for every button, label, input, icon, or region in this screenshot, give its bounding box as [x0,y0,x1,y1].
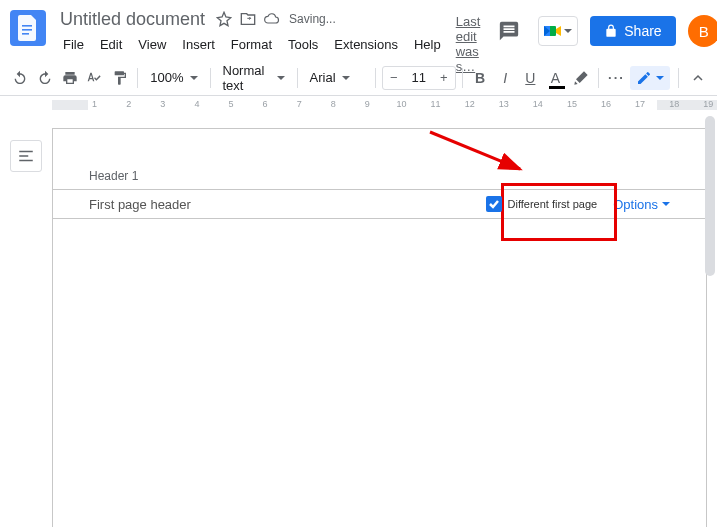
undo-button[interactable] [8,65,31,91]
menu-format[interactable]: Format [224,35,279,54]
paint-format-button[interactable] [108,65,131,91]
docs-logo[interactable] [10,10,46,46]
menu-help[interactable]: Help [407,35,448,54]
underline-button[interactable]: U [519,65,542,91]
first-page-header-text[interactable]: First page header [89,197,191,212]
share-label: Share [624,23,661,39]
header-section-label: Header 1 [89,169,670,183]
star-icon[interactable] [215,10,233,28]
font-size-decrease[interactable]: − [383,67,405,89]
font-size-input[interactable]: 11 [405,70,433,85]
document-outline-button[interactable] [10,140,42,172]
menu-view[interactable]: View [131,35,173,54]
collapse-toolbar-button[interactable] [687,67,709,89]
redo-button[interactable] [33,65,56,91]
document-page[interactable]: Header 1 First page header Different fir… [52,128,707,527]
different-first-page-label: Different first page [508,198,598,210]
document-title[interactable]: Untitled document [56,8,209,31]
font-select[interactable]: Arial [304,67,369,88]
chevron-down-icon [564,29,572,33]
editing-mode-button[interactable] [630,66,670,90]
vertical-scrollbar[interactable] [703,114,717,527]
spellcheck-button[interactable] [83,65,106,91]
menu-insert[interactable]: Insert [175,35,222,54]
chevron-down-icon [662,202,670,206]
svg-rect-0 [22,25,32,27]
svg-rect-1 [22,29,32,31]
account-avatar[interactable]: B [688,15,717,47]
print-button[interactable] [58,65,81,91]
different-first-page-checkbox[interactable]: Different first page [486,196,598,212]
horizontal-ruler[interactable]: 12345678910111213141516171819 [52,96,717,114]
italic-button[interactable]: I [494,65,517,91]
checkbox-checked-icon [486,196,502,212]
share-button[interactable]: Share [590,16,675,46]
header-options-dropdown[interactable]: Options [613,197,670,212]
bold-button[interactable]: B [469,65,492,91]
toolbar: 100% Normal text Arial − 11 + B I U A ··… [0,60,717,96]
svg-rect-2 [22,33,29,35]
font-size-increase[interactable]: + [433,67,455,89]
text-color-button[interactable]: A [544,65,567,91]
highlight-button[interactable] [569,65,592,91]
menu-extensions[interactable]: Extensions [327,35,405,54]
menu-tools[interactable]: Tools [281,35,325,54]
saving-status: Saving... [289,12,336,26]
meet-button[interactable] [538,16,578,46]
more-toolbar-button[interactable]: ··· [605,65,628,91]
move-icon[interactable] [239,10,257,28]
zoom-select[interactable]: 100% [144,67,203,88]
cloud-saving-icon [263,10,281,28]
menu-edit[interactable]: Edit [93,35,129,54]
menu-file[interactable]: File [56,35,91,54]
comment-history-button[interactable] [492,14,526,48]
paragraph-style-select[interactable]: Normal text [217,60,291,96]
